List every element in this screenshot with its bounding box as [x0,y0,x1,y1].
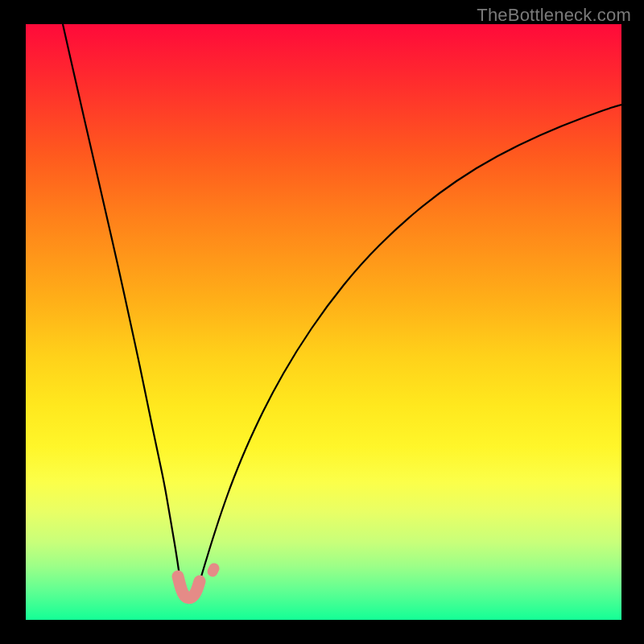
plot-area [26,24,621,620]
series-left-branch [63,24,182,595]
curve-layer [26,24,621,620]
series-valley-highlight [178,576,200,598]
watermark: TheBottleneck.com [477,5,631,26]
series-dot-highlight [213,568,214,572]
chart-frame: TheBottleneck.com [0,0,644,644]
series-right-branch [196,105,621,596]
